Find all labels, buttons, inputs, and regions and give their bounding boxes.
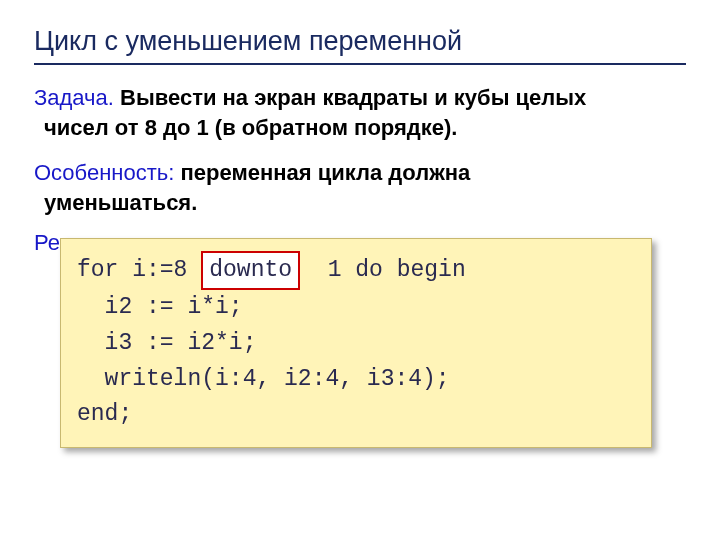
- task-paragraph: Задача. Вывести на экран квадраты и кубы…: [34, 83, 686, 142]
- task-label: Задача.: [34, 85, 114, 110]
- feature-text-line2: уменьшаться.: [34, 188, 197, 218]
- code-block: for i:=8 downto 1 do begin i2 := i*i; i3…: [60, 238, 652, 448]
- slide-title: Цикл с уменьшением переменной: [34, 26, 686, 65]
- code-line-2: i2 := i*i;: [77, 290, 635, 326]
- code-section: Решение: for i:=8 downto 1 do begin i2 :…: [34, 230, 686, 448]
- code-line-5: end;: [77, 397, 635, 433]
- downto-highlight: downto: [201, 251, 300, 291]
- task-text-line1: Вывести на экран квадраты и кубы целых: [114, 85, 586, 110]
- code-line-1: for i:=8 downto 1 do begin: [77, 251, 635, 291]
- feature-label: Особенность:: [34, 160, 174, 185]
- feature-paragraph: Особенность: переменная цикла должна уме…: [34, 158, 686, 217]
- task-text-line2: чисел от 8 до 1 (в обратном порядке).: [34, 113, 457, 143]
- code-line-4: writeln(i:4, i2:4, i3:4);: [77, 362, 635, 398]
- feature-text-line1: переменная цикла должна: [174, 160, 470, 185]
- code-line-3: i3 := i2*i;: [77, 326, 635, 362]
